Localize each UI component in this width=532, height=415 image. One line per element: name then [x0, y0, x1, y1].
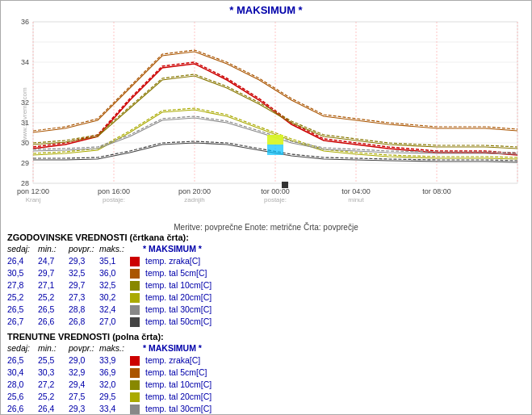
svg-text:Kranj: Kranj	[26, 196, 41, 203]
table-cell: 29,7	[69, 279, 99, 291]
svg-text:minut: minut	[348, 196, 364, 203]
table-cell: 30,3	[38, 367, 69, 379]
section1-data-rows: 26,424,729,335,1temp. zraka[C]30,529,732…	[7, 255, 525, 328]
table-cell: 26,6	[7, 403, 38, 414]
table-cell: 36,9	[99, 367, 130, 379]
data-tables: ZGODOVINSKE VREDNOSTI (črtkana črta): se…	[1, 227, 531, 414]
table-cell: 33,9	[99, 354, 130, 367]
table-cell: 26,5	[38, 304, 69, 316]
color-swatch	[130, 392, 140, 402]
s2-header-povpr: povpr.:	[69, 343, 99, 353]
table-cell: 27,5	[69, 391, 99, 403]
table-cell: 32,5	[99, 279, 130, 291]
legend-label: temp. tal 30cm[C]	[143, 304, 525, 316]
svg-text:pon 12:00: pon 12:00	[17, 187, 49, 195]
table-cell: 29,5	[99, 391, 130, 403]
legend-label: temp. zraka[C]	[143, 354, 525, 367]
svg-text:tor 00:00: tor 00:00	[261, 187, 290, 195]
color-swatch-wrap	[130, 267, 143, 279]
legend-label: temp. tal 5cm[C]	[143, 367, 525, 379]
table-cell: 26,8	[69, 316, 99, 328]
svg-text:tor 08:00: tor 08:00	[422, 187, 451, 195]
color-swatch	[130, 293, 140, 303]
s1-header-min: min.:	[38, 244, 69, 254]
table-cell: 29,3	[69, 255, 99, 267]
color-swatch-wrap	[130, 304, 143, 316]
svg-text:www.si-vreme.com: www.si-vreme.com	[21, 87, 28, 142]
table-cell: 27,1	[38, 279, 69, 291]
table-cell: 26,5	[7, 354, 38, 367]
table-cell: 29,4	[69, 379, 99, 391]
table-cell: 36,0	[99, 267, 130, 279]
table-row: 26,626,429,333,4temp. tal 30cm[C]	[7, 403, 525, 414]
table-cell: 30,4	[7, 367, 38, 379]
color-swatch-wrap	[130, 403, 143, 414]
color-swatch-wrap	[130, 354, 143, 367]
table-cell: 26,7	[7, 316, 38, 328]
legend-label: temp. tal 50cm[C]	[143, 316, 525, 328]
s2-header-maks: maks.:	[99, 343, 130, 353]
svg-text:pon 16:00: pon 16:00	[98, 187, 130, 195]
svg-rect-25	[267, 135, 283, 145]
color-swatch	[130, 356, 140, 366]
table-cell: 28,8	[69, 304, 99, 316]
table-cell: 29,0	[69, 354, 99, 367]
table-cell: 35,1	[99, 255, 130, 267]
svg-text:28: 28	[21, 179, 29, 187]
svg-text:postaje:: postaje:	[264, 196, 287, 203]
color-swatch	[130, 269, 140, 279]
table-cell: 26,5	[7, 304, 38, 316]
table-cell: 24,7	[38, 255, 69, 267]
chart-footer: Meritve: povprečne Enote: metrične Črta:…	[1, 223, 531, 232]
table-cell: 32,0	[99, 379, 130, 391]
s1-header-povpr: povpr.:	[69, 244, 99, 254]
table-cell: 25,2	[38, 291, 69, 304]
table-row: 26,726,626,827,0temp. tal 50cm[C]	[7, 316, 525, 328]
svg-text:pon 20:00: pon 20:00	[178, 187, 211, 195]
svg-text:29: 29	[21, 159, 29, 167]
s1-legend-header: * MAKSIMUM *	[143, 244, 525, 254]
table-cell: 26,4	[38, 403, 69, 414]
table-row: 30,430,332,936,9temp. tal 5cm[C]	[7, 367, 525, 379]
color-swatch-wrap	[130, 379, 143, 391]
chart-area: * MAKSIMUM * 36 34 32	[1, 1, 531, 227]
svg-text:tor 04:00: tor 04:00	[341, 187, 371, 195]
color-swatch-wrap	[130, 316, 143, 328]
s2-header-min: min.:	[38, 343, 69, 353]
color-swatch-wrap	[130, 279, 143, 291]
table-row: 26,526,528,832,4temp. tal 30cm[C]	[7, 304, 525, 316]
color-swatch-wrap	[130, 391, 143, 403]
table-row: 25,225,227,330,2temp. tal 20cm[C]	[7, 291, 525, 304]
svg-text:34: 34	[21, 58, 29, 66]
section2-data-rows: 26,525,529,033,9temp. zraka[C]30,430,332…	[7, 354, 525, 414]
legend-label: temp. tal 5cm[C]	[143, 267, 525, 279]
table-cell: 27,8	[7, 279, 38, 291]
color-swatch-wrap	[130, 255, 143, 267]
table-row: 27,827,129,732,5temp. tal 10cm[C]	[7, 279, 525, 291]
table-cell: 29,7	[38, 267, 69, 279]
table-cell: 26,4	[7, 255, 38, 267]
section2-title: TRENUTNE VREDNOSTI (polna črta):	[7, 332, 525, 342]
section1-title: ZGODOVINSKE VREDNOSTI (črtkana črta):	[7, 233, 525, 242]
color-swatch	[130, 317, 140, 327]
table-cell: 27,2	[38, 379, 69, 391]
legend-label: temp. tal 20cm[C]	[143, 391, 525, 403]
table-cell: 32,5	[69, 267, 99, 279]
svg-text:zadnjih: zadnjih	[184, 196, 204, 203]
color-swatch	[130, 380, 140, 390]
svg-text:postaje:: postaje:	[103, 196, 125, 203]
color-swatch	[130, 405, 140, 414]
s1-header-maks: maks.:	[99, 244, 130, 254]
table-cell: 32,9	[69, 367, 99, 379]
table-cell: 27,3	[69, 291, 99, 304]
table-cell: 25,6	[7, 391, 38, 403]
legend-label: temp. tal 20cm[C]	[143, 291, 525, 304]
s1-header-sedaj: sedaj:	[7, 244, 38, 254]
table-cell: 33,4	[99, 403, 130, 414]
table-row: 30,529,732,536,0temp. tal 5cm[C]	[7, 267, 525, 279]
table-cell: 28,0	[7, 379, 38, 391]
table-row: 25,625,227,529,5temp. tal 20cm[C]	[7, 391, 525, 403]
table-cell: 25,2	[38, 391, 69, 403]
svg-text:36: 36	[21, 18, 29, 26]
chart-title: * MAKSIMUM *	[1, 1, 531, 16]
